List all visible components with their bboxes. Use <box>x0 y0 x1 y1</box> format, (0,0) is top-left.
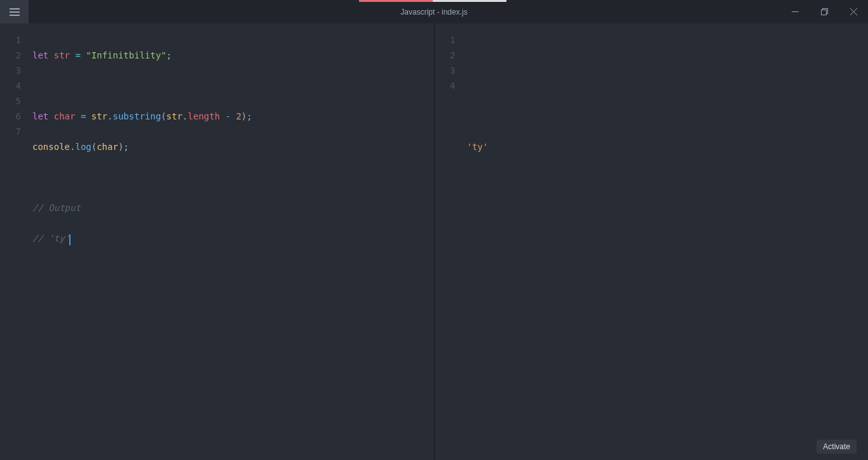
line-number: 1 <box>435 32 456 48</box>
line-number: 5 <box>0 93 21 109</box>
line-number: 1 <box>0 32 21 48</box>
line-number: 4 <box>435 78 456 93</box>
right-gutter: 1 2 3 4 <box>435 24 463 460</box>
close-button[interactable] <box>839 0 868 24</box>
code-line <box>32 78 252 93</box>
left-editor-pane[interactable]: 1 2 3 4 5 6 7 let str = "Infinitbility";… <box>0 24 434 460</box>
activate-button[interactable]: Activate <box>817 440 857 454</box>
output-line <box>467 48 489 63</box>
titlebar: Javascript - index.js <box>0 0 868 24</box>
code-line: console.log(char); <box>32 139 252 154</box>
line-number: 4 <box>0 78 21 93</box>
right-output-pane[interactable]: 1 2 3 4 'ty' <box>434 24 869 460</box>
line-number: 6 <box>0 109 21 124</box>
right-code-area[interactable]: 'ty' <box>463 24 489 460</box>
left-code-area[interactable]: let str = "Infinitbility"; let char = st… <box>29 24 252 460</box>
svg-rect-2 <box>821 10 826 15</box>
window-title: Javascript - index.js <box>400 8 467 17</box>
line-number: 7 <box>0 124 21 139</box>
output-line <box>467 78 489 93</box>
minimize-button[interactable] <box>780 0 810 24</box>
output-line: 'ty' <box>467 139 489 154</box>
line-number: 2 <box>435 48 456 63</box>
code-line: // Output <box>32 200 252 215</box>
code-line: // 'ty' <box>32 231 252 246</box>
line-number: 3 <box>0 63 21 78</box>
line-number: 2 <box>0 48 21 63</box>
code-line <box>32 170 252 185</box>
main-area: 1 2 3 4 5 6 7 let str = "Infinitbility";… <box>0 24 868 460</box>
window-controls <box>780 0 868 24</box>
left-gutter: 1 2 3 4 5 6 7 <box>0 24 29 460</box>
text-cursor <box>69 234 71 245</box>
output-line <box>467 109 489 124</box>
code-line: let str = "Infinitbility"; <box>32 48 252 63</box>
menu-button[interactable] <box>0 0 29 24</box>
code-line: let char = str.substring(str.length - 2)… <box>32 109 252 124</box>
hamburger-icon <box>10 8 20 16</box>
maximize-button[interactable] <box>810 0 839 24</box>
tab-indicator <box>359 0 506 2</box>
line-number: 3 <box>435 63 456 78</box>
